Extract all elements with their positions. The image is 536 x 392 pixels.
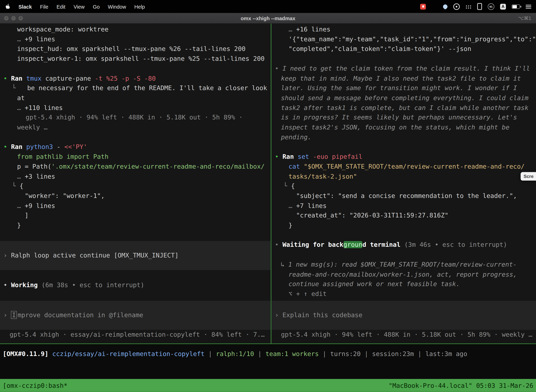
blank-line	[271, 230, 536, 240]
circle-app-icon[interactable]	[453, 3, 460, 10]
tmux-session-label: [omx-cczip0:bash*	[3, 382, 67, 389]
terminal-line: inspect_hud: omx sparkshell --tmux-pane …	[0, 44, 271, 54]
terminal-line: }	[0, 221, 271, 230]
terminal-line: }	[271, 221, 536, 230]
window-tiles-icon[interactable]	[432, 4, 437, 9]
spacer	[0, 270, 271, 280]
terminal-line: ]	[0, 211, 271, 221]
text-segment: later. Using the same for transition mig…	[281, 84, 517, 92]
text-segment: Waiting for back	[282, 241, 343, 248]
text-segment: Ran	[282, 153, 298, 160]
text-segment: from pathlib import Path	[17, 153, 109, 160]
text-segment: ›	[3, 311, 11, 319]
text-segment: {	[19, 182, 23, 190]
terminal-line: inspect task2's JSON, focusing on the st…	[271, 123, 536, 132]
text-segment: (3m 46s • esc to interrupt)	[400, 241, 507, 248]
terminal-line: … +9 lines	[0, 201, 271, 211]
minimize-button[interactable]: −	[11, 16, 16, 20]
menu-file[interactable]: File	[40, 4, 48, 9]
app-grid-icon[interactable]	[466, 5, 471, 8]
menu-help[interactable]: Help	[134, 4, 145, 9]
text-segment: python3	[26, 143, 57, 150]
menu-go[interactable]: Go	[93, 4, 100, 9]
input-source-icon[interactable]: A	[500, 4, 506, 9]
text-segment: |	[361, 350, 372, 357]
waiting-status: • Waiting for background terminal (3m 46…	[271, 240, 536, 250]
text-segment: +7 lines	[296, 202, 326, 209]
text-segment: last:3m ago	[425, 350, 467, 357]
device-icon[interactable]	[477, 3, 482, 10]
text-segment: gpt-5.4 xhigh · essay/ai-reimplementatio…	[10, 331, 265, 338]
terminal-line: └ {	[0, 182, 271, 191]
text-segment: cczip/essay/ai-reimplementation-copyleft	[52, 350, 205, 357]
text-segment: •	[3, 281, 11, 289]
text-segment: I need to get the claim token from the c…	[282, 65, 530, 72]
text-segment: ]	[17, 212, 29, 219]
text-segment: Ran	[11, 75, 26, 82]
suggestion-improve[interactable]: › Improve documentation in @filename	[0, 301, 271, 330]
text-segment: ⌥ + ↑ edit	[289, 290, 327, 297]
text-segment: "$OMX_TEAM_STATE_ROOT/team/review-curren…	[304, 163, 525, 170]
model-status-right: gpt-5.4 xhigh · 94% left · 488K in · 5.1…	[271, 330, 536, 340]
menu-app-name[interactable]: Slack	[19, 4, 32, 9]
terminal-line: ⌥ + ↑ edit	[271, 289, 536, 299]
terminal-line: gpt-5.4 xhigh · 94% left · 488K in · 5.1…	[0, 113, 271, 123]
text-segment: '{"team_name":"my-team","task_id":"1","f…	[289, 36, 536, 43]
screen-recording-icon[interactable]	[420, 4, 426, 9]
menu-items: Slack File Edit View Go Window Help	[0, 4, 145, 9]
text-segment: …	[17, 202, 25, 209]
text-segment: "completed","claim_token":"claim-token"}…	[289, 45, 471, 52]
text-segment: ›	[3, 252, 11, 259]
text-segment: -euo pipefail	[313, 153, 362, 160]
menu-lines-icon[interactable]	[526, 5, 531, 9]
terminal-line: "completed","claim_token":"claim-token"}…	[271, 44, 536, 54]
drop-icon[interactable]	[442, 3, 448, 10]
terminal-line: … +16 lines	[271, 25, 536, 34]
text-segment: …	[17, 173, 25, 180]
terminal-line: … +3 lines	[0, 172, 271, 182]
battery-gauge-icon[interactable]: 61	[488, 3, 494, 10]
text-segment: be necessary for the end of the README. …	[27, 84, 267, 92]
window-shortcut-hint: ⌥⌘1	[518, 15, 536, 21]
text-segment: <<'PY'	[64, 143, 87, 150]
suggestion-text: › Improve documentation in @filename	[0, 310, 271, 320]
text-segment: '.omx/state/team/review-current-readme-a…	[51, 163, 264, 170]
terminal-area: workspace_mode: worktree… +9 linesinspec…	[0, 23, 536, 343]
text-segment: inspect task2's JSON, focusing on the st…	[281, 124, 509, 131]
text-segment: }	[289, 222, 292, 229]
text-segment: (6m 38s • esc to interrupt)	[42, 281, 144, 289]
text-segment: team:1 workers	[266, 350, 319, 357]
terminal-line: later. Using the same for transition mig…	[271, 84, 536, 93]
text-segment: gpt-5.4 xhigh · 94% left · 488K in · 5.1…	[26, 114, 243, 121]
text-segment: session:23m	[372, 350, 414, 357]
text-segment: pending.	[281, 134, 311, 141]
macos-menu-bar: Slack File Edit View Go Window Help 61 A	[0, 0, 536, 13]
terminal-line: … +7 lines	[271, 201, 536, 211]
text-segment: |	[319, 350, 330, 357]
terminal-line: should send a message before completing …	[271, 93, 536, 103]
text-segment: |	[414, 350, 425, 357]
text-segment: {	[291, 182, 295, 190]
close-button[interactable]: ×	[4, 16, 9, 20]
inject-banner[interactable]: › Ralph loop active continue [OMX_TMUX_I…	[0, 241, 271, 270]
text-segment: keep that in mind. Maybe I also need the…	[281, 75, 521, 82]
terminal-line: from pathlib import Path	[0, 152, 271, 162]
menu-edit[interactable]: Edit	[57, 4, 65, 9]
suggestion-explain[interactable]: › Explain this codebase	[271, 301, 536, 330]
apple-menu-icon[interactable]	[5, 4, 10, 9]
text-segment: ralph:1/10	[216, 350, 254, 357]
menu-view[interactable]: View	[73, 4, 85, 9]
screenshot-notification[interactable]: Scre	[521, 172, 536, 181]
menu-status-icons: 61 A	[420, 3, 536, 10]
text-segment: •	[3, 143, 11, 150]
menu-window[interactable]: Window	[108, 4, 126, 9]
left-terminal-pane[interactable]: workspace_mode: worktree… +9 linesinspec…	[0, 23, 271, 343]
terminal-line: └ be necessary for the end of the README…	[0, 84, 271, 93]
right-terminal-pane[interactable]: … +16 lines'{"team_name":"my-team","task…	[271, 23, 536, 343]
text-segment: set	[298, 153, 313, 160]
zoom-button[interactable]: +	[19, 16, 23, 20]
text-segment: -t %25 -p -S -80	[95, 75, 156, 82]
terminal-line: is in progress? It seems likely but perh…	[271, 113, 536, 123]
battery-icon[interactable]	[512, 4, 520, 9]
text-segment: "subject": "send a concise recommendatio…	[289, 192, 517, 199]
